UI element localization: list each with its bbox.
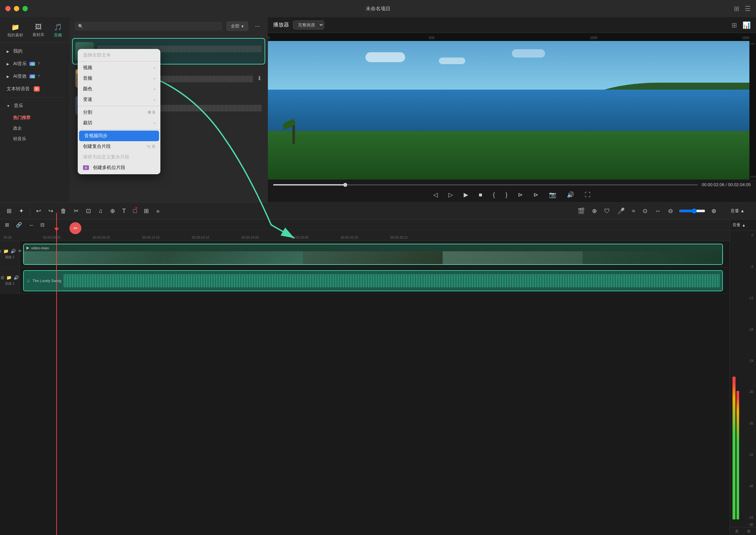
magnet-tool-button[interactable]: ✦: [18, 206, 25, 216]
menu-item-multicam[interactable]: ⊞ 创建多机位片段: [78, 162, 160, 173]
sidebar-sub-item-light[interactable]: 轻音乐: [9, 134, 67, 144]
track-folder-icon[interactable]: 📁: [6, 275, 12, 280]
playhead-triangle: [54, 228, 59, 231]
clip-thumb: [303, 251, 443, 264]
menu-item-crop[interactable]: 裁切 ›: [78, 118, 160, 128]
sidebar-item-ai-music[interactable]: ▶ AI音乐 AI ?: [3, 58, 67, 69]
sidebar-item-ai-sfx[interactable]: ▶ AI音效 AI ?: [3, 71, 67, 82]
scissors-button[interactable]: ✂: [72, 206, 80, 216]
step-back-button[interactable]: ◁: [432, 190, 439, 200]
menu-item-color-label: 颜色: [83, 86, 92, 92]
menu-item-sync-label: 音视频同步: [84, 133, 107, 139]
video-clip[interactable]: ▶ video-miao: [23, 244, 723, 265]
mark-in-button[interactable]: {: [491, 190, 496, 200]
fit-button[interactable]: ↔: [653, 206, 662, 216]
mark-out-button[interactable]: }: [504, 190, 509, 200]
download-icon[interactable]: ⬇: [257, 75, 262, 82]
progress-bar[interactable]: [273, 184, 698, 185]
maximize-button[interactable]: [22, 6, 28, 11]
wave-button[interactable]: ≈: [631, 206, 637, 216]
ripple-button[interactable]: ↔: [28, 221, 35, 229]
play-button[interactable]: ▶: [462, 190, 470, 200]
link-button[interactable]: 🔗: [15, 221, 23, 229]
sidebar-item-tts[interactable]: 文本转语音 新: [3, 83, 67, 95]
speed-button[interactable]: ⊕: [591, 206, 598, 216]
volume-mark-0: 0: [751, 233, 753, 237]
track-add-button[interactable]: ⊞: [4, 221, 10, 229]
delete-button[interactable]: 🗑: [59, 206, 68, 216]
lock-button[interactable]: 🛡: [603, 206, 611, 216]
layout-icon[interactable]: ☰: [745, 5, 751, 13]
compound-button[interactable]: ⊞: [143, 206, 150, 216]
volume-mark-12: -12: [749, 296, 753, 300]
volume-mark-18: -18: [749, 328, 753, 331]
toolbar-left-group: ⊞ ✦ ↩ ↪ 🗑 ✂ ⊡ ♫ ⊕ T □ ⊞ »: [5, 206, 161, 216]
ai-badge: AI: [29, 62, 35, 66]
track-folder-icon[interactable]: 📁: [3, 249, 9, 254]
menu-item-split-shortcut: ⌘ B: [147, 110, 155, 115]
quality-select[interactable]: 完整画质 1/2画质 1/4画质: [293, 21, 324, 29]
more-tools-button[interactable]: »: [155, 206, 161, 216]
track-grid-icon[interactable]: ⊞: [0, 249, 1, 254]
insert-button[interactable]: ⊳: [517, 190, 524, 200]
stop-button[interactable]: ■: [478, 190, 484, 200]
audio-tool-button[interactable]: ♫: [97, 206, 104, 216]
menu-item-video[interactable]: 视频 ›: [78, 62, 160, 73]
chart-icon[interactable]: 📊: [742, 21, 751, 29]
menu-item-sync[interactable]: 音视频同步: [79, 131, 159, 141]
track-audio-icon[interactable]: 🔊: [11, 249, 16, 254]
chevron-right-icon: ›: [154, 98, 155, 102]
fullscreen-button[interactable]: ⛶: [583, 190, 592, 200]
mic-button[interactable]: 🎤: [616, 206, 626, 216]
question-icon[interactable]: ?: [38, 62, 40, 66]
sidebar-tab-audio[interactable]: 🎵 音频: [51, 21, 65, 40]
menu-item-compound[interactable]: 创建复合片段 ⌥ G: [78, 141, 160, 152]
undo-button[interactable]: ↩: [35, 206, 42, 216]
split-button[interactable]: ⊡: [85, 206, 92, 216]
sidebar-tab-my-material[interactable]: 📁 我的素材: [4, 21, 26, 40]
step-forward-button[interactable]: ▷: [447, 190, 454, 200]
menu-item-color[interactable]: 颜色 ›: [78, 84, 160, 94]
track-audio-icon[interactable]: 🔊: [14, 275, 19, 280]
track-grid-icon[interactable]: ⊞: [1, 275, 4, 280]
video-clip-icon: ▶: [26, 246, 29, 250]
fullscreen-icon[interactable]: ⊞: [734, 5, 739, 13]
overwrite-button[interactable]: ⊳: [532, 190, 540, 200]
zoom-in-button[interactable]: ⊕: [710, 206, 718, 216]
nest-button[interactable]: ⊟: [39, 221, 46, 229]
sidebar-sub-item-politics[interactable]: 政企: [9, 123, 67, 133]
playhead-scissors[interactable]: ✂: [69, 222, 81, 234]
filter-button[interactable]: 全部 ▾: [226, 21, 248, 31]
sidebar-item-music[interactable]: ▼ 音乐: [3, 100, 67, 111]
snap-button[interactable]: ⊙: [641, 206, 649, 216]
playhead[interactable]: [56, 230, 57, 241]
ruler-mark: 00:00:09:20: [93, 236, 110, 239]
timeline-tracks: ⊞ 🔗 ↔ ⊟ 00:00 00:00:04:25 00:00:09:20 00…: [0, 220, 730, 535]
menu-item-speed[interactable]: 变速 ›: [78, 94, 160, 105]
sidebar-sub-item-hot[interactable]: 热门推荐: [9, 113, 67, 123]
audio-button[interactable]: 🔊: [566, 190, 575, 200]
sidebar-item-my[interactable]: ▶ 我的: [3, 46, 67, 57]
volume-mark-42: -42: [749, 453, 753, 457]
snapshot-button[interactable]: 📷: [548, 190, 558, 200]
question-icon[interactable]: ?: [38, 74, 40, 79]
zoom-slider[interactable]: [679, 208, 705, 214]
grid-view-icon[interactable]: ⊞: [732, 21, 737, 29]
search-bar[interactable]: 🔍: [75, 22, 222, 31]
redo-button[interactable]: ↪: [47, 206, 55, 216]
video-foreground: [268, 131, 756, 180]
text-tool-button[interactable]: T: [121, 206, 127, 216]
minimize-button[interactable]: [14, 6, 19, 11]
clip-info-button[interactable]: 🎬: [576, 206, 586, 216]
menu-item-audio[interactable]: 音频 ›: [78, 73, 160, 84]
loop-button[interactable]: ⊕: [109, 206, 116, 216]
grid-tool-button[interactable]: ⊞: [5, 206, 13, 216]
record-button[interactable]: □: [132, 206, 138, 216]
close-button[interactable]: [5, 6, 11, 11]
sidebar-tab-library[interactable]: 🖼 素材库: [29, 21, 48, 40]
more-button[interactable]: ···: [252, 21, 263, 31]
menu-item-split[interactable]: 分割 ⌘ B: [78, 107, 160, 118]
zoom-out-button[interactable]: ⊖: [667, 206, 674, 216]
audio-clip[interactable]: ♫ The Lovely Swing: [23, 270, 723, 291]
audio-track-content: ♫ The Lovely Swing: [20, 268, 730, 294]
